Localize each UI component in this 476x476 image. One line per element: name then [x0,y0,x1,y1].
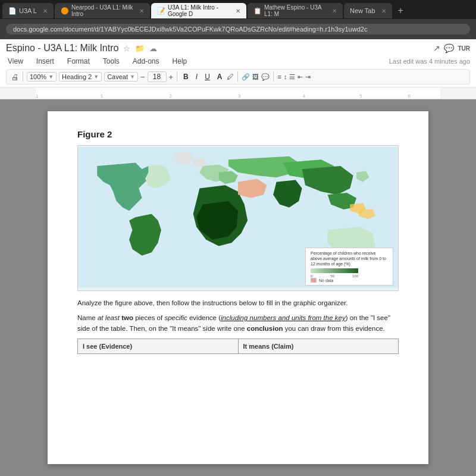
paragraph-1: Analyze the figure above, then follow th… [77,298,399,308]
style-select[interactable]: Heading 2 ▼ [59,72,102,82]
line-spacing-icon[interactable]: ↕ [284,73,287,80]
table-header: I see (Evidence) It means (Claim) [78,339,398,353]
font-size-value[interactable]: 18 [148,71,167,82]
menu-help[interactable]: Help [171,56,189,67]
table-header-isee: I see (Evidence) [78,339,239,353]
font-color-button[interactable]: A [215,71,225,82]
legend-no-data: No data [311,278,388,283]
folder-icon[interactable]: 📁 [135,44,145,53]
ruler-mark-6: 5 [359,93,362,99]
comment-icon[interactable]: 💬 [444,43,454,53]
doc-page: Figure 2 [48,111,428,464]
p2-including: including numbers and units from the key [221,314,346,321]
list-icon[interactable]: ☰ [289,73,295,81]
ruler-mark-2: 1 [101,93,103,99]
map-container: Percentage of children who receive above… [77,145,399,291]
tab-close-4[interactable]: ✕ [332,8,337,14]
address-bar-row: docs.google.com/document/d/1YABYyc0bECEJ… [0,19,476,39]
legend-label-50: 50 [330,274,334,278]
style-value: Heading 2 [62,73,92,80]
menu-addons[interactable]: Add-ons [131,56,161,67]
p2-conclusion: conclusion [247,325,283,332]
figure-title: Figure 2 [77,129,399,139]
tab-label-5: New Tab [350,7,375,14]
no-data-box [311,278,317,283]
star-icon[interactable]: ☆ [123,44,130,53]
comment-toolbar-icon[interactable]: 💬 [261,73,270,81]
paragraph-2: Name at least two pieces of specific evi… [77,313,399,334]
tab-mathew[interactable]: 📋 Mathew Espino - U3A L1: M ✕ [248,3,343,18]
new-tab-button[interactable]: + [393,5,408,16]
tab-close-5[interactable]: ✕ [381,8,386,14]
zoom-value: 100% [30,73,46,80]
zoom-arrow: ▼ [48,74,54,80]
p2-specific: specific [164,314,187,321]
menu-insert[interactable]: Insert [35,56,56,67]
tab-close-1[interactable]: ✕ [43,8,48,14]
font-arrow: ▼ [130,74,135,80]
address-bar[interactable]: docs.google.com/document/d/1YABYyc0bECEJ… [6,24,470,35]
image-icon[interactable]: 🖼 [252,73,259,80]
ruler-mark-4: 3 [238,93,240,99]
menu-view[interactable]: View [6,56,25,67]
toolbar-divider-3 [237,71,238,82]
indent-left-icon[interactable]: ⇤ [298,73,303,81]
cloud-icon: ☁ [149,44,157,53]
no-data-label: No data [319,278,334,283]
tab-bar: 📄 U3A L ✕ 🟠 Nearpod - U3A L1: Milk Intro… [0,0,476,19]
font-select[interactable]: Caveat ▼ [104,72,138,82]
legend-label-100: 100 [352,274,358,278]
indent-right-icon[interactable]: ⇥ [305,73,311,81]
tab-favicon-3: 📝 [157,7,164,14]
p2-name: Name [77,314,98,321]
print-icon[interactable]: 🖨 [11,73,19,82]
toolbar-divider-2 [177,71,177,82]
underline-button[interactable]: U [202,71,212,82]
map-legend: Percentage of children who receive above… [305,248,393,286]
tab-new[interactable]: New Tab ✕ [344,3,392,18]
font-size-decrease[interactable]: − [140,73,145,82]
table-header-itmeans: It means (Claim) [239,339,399,353]
menu-format[interactable]: Format [65,56,92,67]
tab-close-3[interactable]: ✕ [236,8,240,14]
tab-label-1: U3A L [19,7,37,14]
link-icon[interactable]: 🔗 [242,73,250,81]
menu-tools[interactable]: Tools [101,56,121,67]
ruler-mark-3: 2 [169,93,171,99]
bold-button[interactable]: B [181,71,191,82]
p2-piecesof: pieces of [133,314,164,321]
docs-toolbar: 🖨 100% ▼ Heading 2 ▼ Caveat ▼ − 18 + B I… [6,69,470,84]
tab-google-docs[interactable]: 📝 U3A L1: Milk Intro - Google D ✕ [151,3,246,18]
ruler-mark-1: 1 [36,93,38,99]
italic-button[interactable]: I [193,71,200,82]
tab-close-2[interactable]: ✕ [139,8,144,14]
ruler: 1 1 2 3 4 5 6 [0,87,476,99]
p2-two: two [121,314,133,321]
ruler-mark-7: 6 [408,93,411,99]
docs-menu-row: View Insert Format Tools Add-ons Help La… [6,56,470,67]
evidence-table: I see (Evidence) It means (Claim) [77,339,399,354]
tab-label-4: Mathew Espino - U3A L1: M [264,4,326,17]
docs-title-row: Espino - U3A L1: Milk Intro ☆ 📁 ☁ ↗ 💬 TU… [6,43,470,54]
ruler-inner: 1 1 2 3 4 5 6 [36,87,440,99]
tur-label: TUR [458,45,470,52]
tab-nearpod[interactable]: 🟠 Nearpod - U3A L1: Milk Intro ✕ [55,3,150,18]
tab-label-2: Nearpod - U3A L1: Milk Intro [71,4,133,17]
toolbar-divider-4 [273,71,274,82]
chart-icon: ↗ [433,43,440,53]
text-color-icon[interactable]: 🖊 [227,73,234,81]
last-edit-label: Last edit was 4 minutes ago [389,58,470,65]
legend-gradient [311,268,358,273]
zoom-select[interactable]: 100% ▼ [27,72,57,82]
tab-favicon-4: 📋 [253,7,261,14]
align-icon[interactable]: ≡ [277,73,281,80]
p2-evidence: evidence ( [187,314,221,321]
font-size-increase[interactable]: + [169,73,174,82]
legend-title: Percentage of children who receive above… [311,250,388,267]
docs-title: Espino - U3A L1: Milk Intro [6,43,118,54]
tab-favicon-1: 📄 [8,7,15,14]
style-arrow: ▼ [93,74,99,80]
doc-area: Figure 2 [0,99,476,476]
p2-end: you can draw from this evidence. [283,325,384,332]
tab-u3a1[interactable]: 📄 U3A L ✕ [2,3,54,18]
